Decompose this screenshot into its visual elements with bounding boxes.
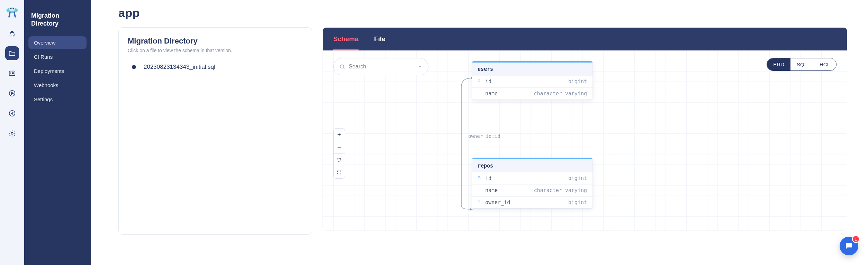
search-input[interactable] [349, 64, 418, 70]
key-icon [478, 199, 482, 206]
svg-rect-5 [9, 71, 15, 76]
sidebar: Migration Directory Overview CI Runs Dep… [24, 0, 91, 265]
erd-table-users[interactable]: users id bigint name character varying [472, 61, 593, 100]
zoom-fit-button[interactable] [334, 153, 345, 166]
gear-icon[interactable] [5, 126, 19, 140]
view-sql[interactable]: SQL [790, 58, 813, 70]
erd-table-repos[interactable]: repos id bigint name character varying [472, 158, 593, 209]
migration-file[interactable]: 20230823134343_initial.sql [128, 61, 303, 73]
sidebar-item-deployments[interactable]: Deployments [28, 65, 87, 77]
dir-title: Migration Directory [128, 37, 303, 46]
chevron-down-icon[interactable] [418, 64, 423, 69]
list-icon[interactable] [5, 66, 19, 80]
erd-column: id bigint [472, 76, 593, 87]
view-toggle: ERD SQL HCL [767, 58, 837, 71]
chat-badge: 1 [852, 235, 860, 243]
erd-column: name character varying [472, 87, 593, 100]
chat-icon [844, 242, 853, 250]
fullscreen-button[interactable] [334, 166, 345, 178]
compass-icon[interactable] [5, 106, 19, 120]
svg-point-13 [478, 177, 480, 178]
schema-tabbar: Schema File [323, 28, 847, 50]
svg-point-8 [11, 132, 13, 134]
schema-canvas[interactable]: ERD SQL HCL + − [323, 50, 847, 230]
zoom-in-button[interactable]: + [334, 129, 345, 141]
search-icon [339, 64, 345, 70]
svg-point-3 [13, 8, 15, 10]
erd-table-name: repos [472, 158, 593, 172]
rocket-icon[interactable] [5, 26, 19, 40]
migration-directory-panel: Migration Directory Click on a file to v… [118, 27, 312, 235]
erd-column: name character varying [472, 184, 593, 196]
main: app Migration Directory Click on a file … [91, 0, 868, 265]
svg-point-2 [10, 8, 12, 10]
erd-table-name: users [472, 61, 593, 76]
erd-column: id bigint [472, 172, 593, 184]
tab-schema[interactable]: Schema [333, 28, 359, 50]
file-status-dot [132, 65, 136, 69]
svg-point-9 [340, 65, 344, 68]
page-title: app [118, 6, 847, 20]
dir-hint: Click on a file to view the schema in th… [128, 48, 303, 53]
tab-file[interactable]: File [374, 28, 386, 50]
view-erd[interactable]: ERD [767, 58, 790, 70]
sidebar-item-overview[interactable]: Overview [28, 36, 87, 49]
key-icon [478, 175, 482, 181]
search-box[interactable] [333, 58, 428, 75]
sidebar-item-settings[interactable]: Settings [28, 93, 87, 106]
sidebar-item-ci-runs[interactable]: CI Runs [28, 50, 87, 63]
svg-point-1 [9, 7, 15, 11]
view-hcl[interactable]: HCL [813, 58, 836, 70]
logo [4, 3, 20, 20]
nav-rail [0, 0, 24, 265]
svg-point-12 [478, 80, 480, 82]
zoom-out-button[interactable]: − [334, 141, 345, 153]
svg-point-4 [11, 31, 13, 33]
sidebar-item-webhooks[interactable]: Webhooks [28, 79, 87, 92]
svg-rect-10 [338, 158, 341, 161]
folder-icon[interactable] [5, 46, 19, 60]
key-icon [478, 78, 482, 85]
chat-bubble[interactable]: 1 [840, 237, 858, 255]
file-name: 20230823134343_initial.sql [144, 64, 215, 70]
svg-point-14 [478, 201, 480, 202]
play-icon[interactable] [5, 86, 19, 100]
erd-column: owner_id bigint [472, 196, 593, 208]
zoom-controls: + − [333, 128, 345, 179]
relation-label: owner_id:id [468, 133, 500, 139]
sidebar-title: Migration Directory [27, 6, 88, 36]
schema-card: Schema File ERD SQL HCL + − [323, 27, 847, 230]
